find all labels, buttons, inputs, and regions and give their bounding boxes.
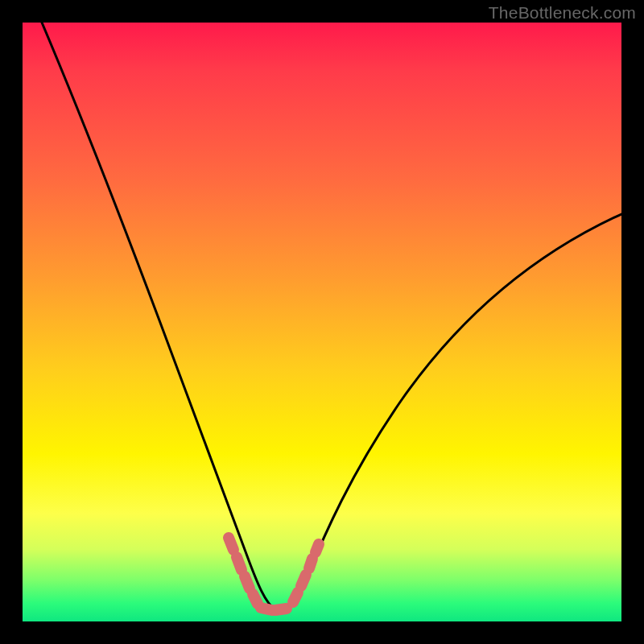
- svg-line-7: [301, 575, 306, 586]
- svg-line-5: [275, 609, 287, 610]
- svg-line-6: [293, 592, 298, 602]
- svg-line-3: [253, 594, 258, 604]
- bottleneck-curve: [42, 23, 621, 610]
- svg-line-0: [229, 538, 233, 550]
- svg-line-8: [309, 559, 312, 568]
- svg-line-9: [316, 544, 319, 552]
- chart-frame: TheBottleneck.com: [0, 0, 644, 644]
- svg-line-2: [245, 576, 250, 588]
- bottleneck-curve-svg: [23, 23, 621, 621]
- valley-markers: [229, 538, 319, 610]
- svg-line-1: [237, 557, 242, 570]
- watermark-text: TheBottleneck.com: [489, 3, 636, 23]
- plot-area: [23, 23, 621, 621]
